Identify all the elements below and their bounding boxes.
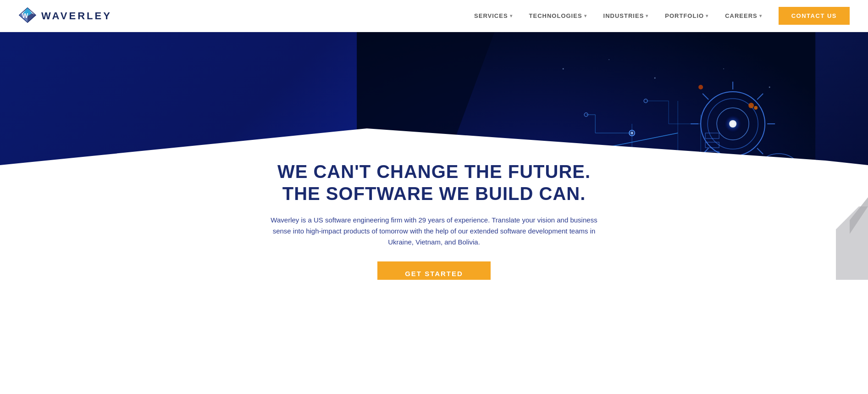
hero-gray-accent [822,32,868,280]
svg-point-56 [723,68,724,69]
chevron-down-icon: ▾ [646,13,648,18]
nav-services[interactable]: SERVICES ▾ [474,12,513,19]
nav-industries[interactable]: INDUSTRIES ▾ [603,12,649,19]
waverley-logo-icon: W [18,7,37,25]
main-header: W WAVERLEY SERVICES ▾ TECHNOLOGIES ▾ IND… [0,0,868,32]
svg-point-24 [729,120,736,128]
chevron-down-icon: ▾ [759,13,762,18]
contact-us-button[interactable]: CONTACT US [779,7,850,25]
svg-point-57 [768,87,770,88]
chevron-down-icon: ▾ [584,13,587,18]
main-nav: SERVICES ▾ TECHNOLOGIES ▾ INDUSTRIES ▾ P… [474,7,850,25]
svg-text:W: W [22,12,28,19]
svg-point-54 [608,59,609,60]
hero-section: WE CAN'T CHANGE THE FUTURE. THE SOFTWARE… [0,32,868,280]
svg-point-53 [562,68,564,70]
logo-text: WAVERLEY [41,10,112,22]
chevron-down-icon: ▾ [510,13,513,18]
nav-portfolio[interactable]: PORTFOLIO ▾ [665,12,708,19]
svg-point-55 [654,78,655,79]
nav-careers[interactable]: CAREERS ▾ [725,12,762,19]
get-started-button[interactable]: GET STARTED [377,261,491,280]
svg-point-46 [748,103,754,108]
logo-link[interactable]: W WAVERLEY [18,7,112,25]
hero-content: WE CAN'T CHANGE THE FUTURE. THE SOFTWARE… [0,133,868,280]
svg-point-47 [754,106,757,110]
hero-headline: WE CAN'T CHANGE THE FUTURE. THE SOFTWARE… [277,161,591,205]
hero-subtext: Waverley is a US software engineering fi… [265,215,604,248]
chevron-down-icon: ▾ [706,13,708,18]
nav-technologies[interactable]: TECHNOLOGIES ▾ [529,12,587,19]
svg-point-48 [698,85,703,89]
